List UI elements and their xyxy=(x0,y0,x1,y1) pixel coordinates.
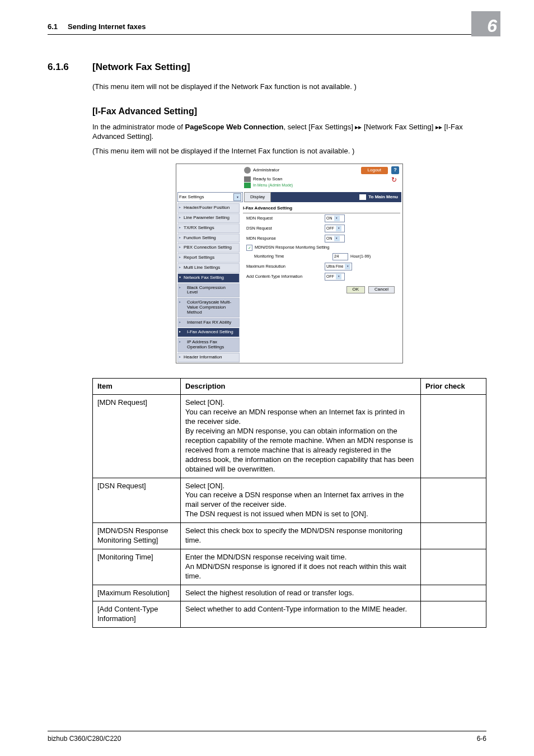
max-resolution-select[interactable]: Ultra Fine▾ xyxy=(325,263,352,270)
cell-prior xyxy=(421,585,486,601)
cell-prior xyxy=(421,601,486,628)
logout-button[interactable]: Logout xyxy=(361,167,388,174)
table-row: [Monitoring Time]Enter the MDN/DSN respo… xyxy=(93,549,486,585)
admin-label: Administrator xyxy=(244,167,279,174)
cell-item: [DSN Request] xyxy=(93,478,181,523)
cell-item: [MDN/DSN Response Monitoring Setting] xyxy=(93,523,181,549)
sidebar-item[interactable]: Function Setting xyxy=(177,234,240,243)
field-label: MDN/DSN Response Monitoring Setting xyxy=(255,245,329,250)
table-row: [Add Content-Type Information]Select whe… xyxy=(93,601,486,628)
cell-description: Select this check box to specify the MDN… xyxy=(181,523,421,549)
field-label: MDN Request xyxy=(243,216,325,221)
category-select[interactable]: Fax Settings▾ xyxy=(177,192,243,202)
chevron-down-icon: ▾ xyxy=(336,274,341,279)
status-text: Ready to Scan xyxy=(253,177,282,182)
cell-prior xyxy=(421,395,486,478)
sub-heading: [I-Fax Advanced Setting] xyxy=(92,106,486,116)
home-icon xyxy=(359,194,366,200)
field-label: DSN Request xyxy=(243,226,325,231)
content-type-select[interactable]: OFF▾ xyxy=(325,273,345,281)
table-row: [MDN/DSN Response Monitoring Setting]Sel… xyxy=(93,523,486,549)
unit-label: Hour(1-99) xyxy=(350,254,371,259)
menu-icon xyxy=(244,183,251,188)
sidebar-subitem[interactable]: Color/Grayscale Multi-Value Compression … xyxy=(177,298,240,317)
sidebar-group[interactable]: Network Fax Setting xyxy=(177,273,240,283)
monitoring-setting-checkbox[interactable]: ✓ xyxy=(246,245,252,251)
sidebar-item[interactable]: Multi Line Settings xyxy=(177,263,240,273)
dsn-request-select[interactable]: OFF▾ xyxy=(325,225,345,232)
web-ui-screenshot: Administrator Logout ? Ready to Scan In … xyxy=(176,164,403,363)
field-label: Maximum Resolution xyxy=(243,264,325,269)
chevron-down-icon: ▾ xyxy=(233,193,241,201)
chevron-down-icon: ▾ xyxy=(334,236,340,241)
field-label: Add Content-Type Information xyxy=(243,274,325,279)
cell-description: Select the highest resolution of read or… xyxy=(181,585,421,601)
sidebar-item[interactable]: Report Settings xyxy=(177,253,240,263)
mdn-request-select[interactable]: ON▾ xyxy=(325,214,345,222)
cell-item: [Maximum Resolution] xyxy=(93,585,181,601)
chevron-down-icon: ▾ xyxy=(336,226,341,231)
description-table: Item Description Prior check [MDN Reques… xyxy=(92,378,486,628)
table-header: Description xyxy=(181,378,421,395)
arrow-icon: ▸▸ xyxy=(355,123,362,131)
note-text-2: (This menu item will not be displayed if… xyxy=(92,146,486,156)
cell-item: [Monitoring Time] xyxy=(93,549,181,585)
to-main-menu-button[interactable]: To Main Menu xyxy=(271,192,401,202)
sidebar-item[interactable]: TX/RX Settings xyxy=(177,223,240,233)
mdn-response-select[interactable]: ON▾ xyxy=(325,235,345,242)
display-button[interactable]: Display xyxy=(244,192,271,202)
ok-button[interactable]: OK xyxy=(346,286,366,293)
settings-panel: I-Fax Advanced Setting MDN Request ON▾ D… xyxy=(241,203,402,362)
header-section-title: Sending Internet faxes xyxy=(68,22,146,31)
sidebar-subitem[interactable]: Internet Fax RX Ability xyxy=(177,318,240,328)
field-label: Monitoring Time xyxy=(243,254,332,259)
cell-description: Select [ON]. You can receive an MDN resp… xyxy=(181,395,421,478)
page-footer: bizhub C360/C280/C220 6-6 xyxy=(48,731,486,743)
sidebar-subitem[interactable]: Black Compression Level xyxy=(177,283,240,298)
header-section-number: 6.1 xyxy=(48,22,58,31)
sidebar-subitem[interactable]: IP Address Fax Operation Settings xyxy=(177,338,240,352)
cell-prior xyxy=(421,478,486,523)
panel-title: I-Fax Advanced Setting xyxy=(243,204,400,213)
cell-item: [Add Content-Type Information] xyxy=(93,601,181,628)
help-icon[interactable]: ? xyxy=(391,166,399,174)
sidebar: Header/Footer Position Line Parameter Se… xyxy=(177,203,240,362)
footer-model: bizhub C360/C280/C220 xyxy=(48,735,121,743)
chevron-down-icon: ▾ xyxy=(345,264,350,269)
monitoring-time-input[interactable]: 24 xyxy=(332,253,348,260)
subsection-title: [Network Fax Setting] xyxy=(92,62,190,73)
table-header: Item xyxy=(93,378,181,395)
table-row: [MDN Request]Select [ON]. You can receiv… xyxy=(93,395,486,478)
cell-description: Select whether to add Content-Type infor… xyxy=(181,601,421,628)
refresh-icon[interactable]: ↻ xyxy=(391,176,399,184)
cell-description: Enter the MDN/DSN response receiving wai… xyxy=(181,549,421,585)
arrow-icon: ▸▸ xyxy=(435,123,442,131)
sidebar-subitem-active[interactable]: I-Fax Advanced Setting xyxy=(177,328,240,337)
note-text: (This menu item will not be displayed if… xyxy=(92,82,486,92)
cell-description: Select [ON]. You can receive a DSN respo… xyxy=(181,478,421,523)
printer-icon xyxy=(244,176,251,182)
chevron-down-icon: ▾ xyxy=(334,216,340,221)
menu-mode-text: In Menu (Admin Mode) xyxy=(253,183,293,188)
admin-icon xyxy=(244,167,251,174)
table-header: Prior check xyxy=(421,378,486,395)
cell-prior xyxy=(421,523,486,549)
subsection-number: 6.1.6 xyxy=(48,62,92,73)
page-header: 6.1 Sending Internet faxes xyxy=(48,22,486,35)
sidebar-item[interactable]: PBX Connection Setting xyxy=(177,243,240,253)
field-label: MDN Response xyxy=(243,236,325,241)
sidebar-item[interactable]: Header Information xyxy=(177,353,240,362)
sidebar-item[interactable]: Header/Footer Position xyxy=(177,203,240,213)
sidebar-item[interactable]: Line Parameter Setting xyxy=(177,213,240,223)
table-row: [Maximum Resolution]Select the highest r… xyxy=(93,585,486,601)
cell-item: [MDN Request] xyxy=(93,395,181,478)
chapter-number-box: 6 xyxy=(471,11,500,36)
cell-prior xyxy=(421,549,486,585)
table-row: [DSN Request]Select [ON]. You can receiv… xyxy=(93,478,486,523)
intro-paragraph: In the administrator mode of PageScope W… xyxy=(92,122,486,142)
footer-page: 6-6 xyxy=(477,735,486,743)
cancel-button[interactable]: Cancel xyxy=(368,286,395,293)
